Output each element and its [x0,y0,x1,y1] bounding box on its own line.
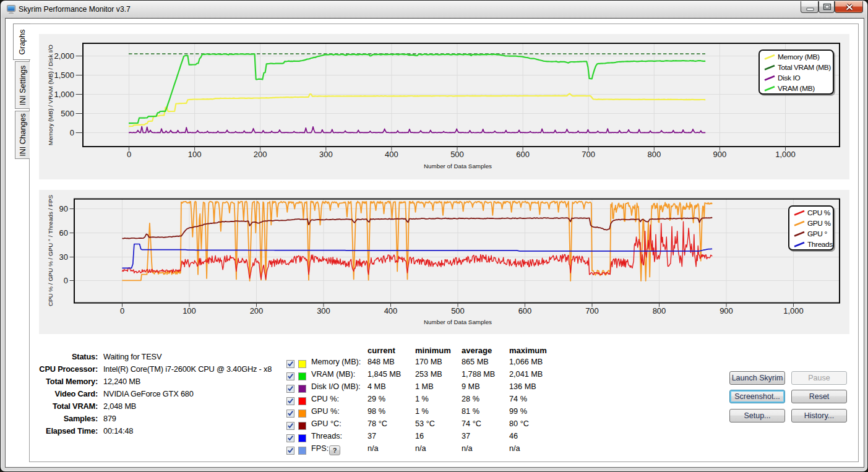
svg-text:0: 0 [70,128,74,137]
svg-text:1,000: 1,000 [783,306,804,315]
svg-text:800: 800 [647,150,661,159]
svg-text:CPU % / GPU % / GPU ° / Thread: CPU % / GPU % / GPU ° / Threads / FPS [47,194,54,306]
svg-text:200: 200 [254,150,267,159]
svg-text:Number of Data Samples: Number of Data Samples [424,163,492,169]
svg-text:400: 400 [384,306,398,315]
svg-text:200: 200 [250,306,264,315]
svg-text:0: 0 [64,276,68,285]
svg-text:1,000: 1,000 [775,150,796,159]
svg-text:900: 900 [713,150,727,159]
svg-text:600: 600 [516,150,530,159]
svg-text:100: 100 [183,306,196,315]
svg-text:900: 900 [720,306,733,315]
svg-text:0: 0 [127,150,131,159]
svg-text:0: 0 [120,306,124,315]
svg-text:500: 500 [450,150,464,159]
svg-text:1,000: 1,000 [54,90,74,99]
svg-text:500: 500 [451,306,465,315]
svg-text:400: 400 [385,150,398,159]
svg-text:100: 100 [188,150,202,159]
svg-text:90: 90 [59,204,68,213]
svg-text:500: 500 [61,109,74,118]
svg-text:1,500: 1,500 [54,71,74,80]
svg-text:60: 60 [59,228,68,238]
svg-text:800: 800 [653,306,666,315]
svg-text:300: 300 [317,306,330,315]
svg-text:600: 600 [518,306,532,315]
svg-text:700: 700 [585,306,599,315]
svg-text:2,000: 2,000 [54,51,74,61]
svg-text:Memory (MB) / VRAM (MB) / Disk: Memory (MB) / VRAM (MB) / Disk I/O [47,45,54,145]
svg-text:30: 30 [59,252,68,262]
svg-text:700: 700 [582,150,595,159]
svg-text:Number of Data Samples: Number of Data Samples [424,319,492,325]
svg-text:300: 300 [319,150,333,159]
